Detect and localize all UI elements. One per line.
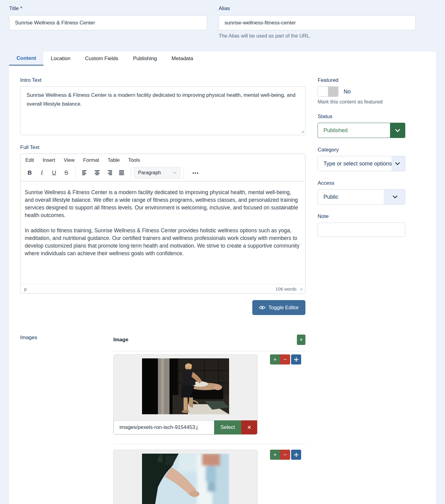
remove-row-button[interactable]: − xyxy=(280,354,290,364)
note-input[interactable] xyxy=(318,223,405,237)
minus-icon: − xyxy=(283,356,287,363)
content-panel: Content Location Custom Fields Publishin… xyxy=(9,52,436,504)
status-label: Status xyxy=(318,114,405,120)
image-preview xyxy=(142,454,229,504)
menu-edit[interactable]: Edit xyxy=(25,157,34,163)
alias-help-text: The Alias will be used as part of the UR… xyxy=(219,33,416,39)
subform-divider xyxy=(113,351,305,351)
full-text-label: Full Text xyxy=(20,144,305,150)
textarea-resize-grip-icon[interactable] xyxy=(301,129,304,135)
strikethrough-button[interactable]: S xyxy=(60,167,72,179)
clear-image-button[interactable]: ✕ xyxy=(241,420,257,434)
eye-icon xyxy=(259,305,265,310)
main-column: Intro Text Full Text Edit Insert View Fo… xyxy=(20,77,305,504)
category-select[interactable] xyxy=(318,156,405,171)
move-row-button[interactable] xyxy=(291,450,301,460)
category-input[interactable] xyxy=(318,161,405,167)
editor-paragraph: In addition to fitness training, Sunrise… xyxy=(25,227,301,257)
tab-publishing[interactable]: Publishing xyxy=(126,52,164,66)
close-icon: ✕ xyxy=(247,425,251,430)
image-row: Select ✕ + − xyxy=(113,354,305,435)
rich-text-editor: Edit Insert View Format Table Tools B I … xyxy=(20,154,305,294)
editor-paragraph: Sunrise Wellness & Fitness Center is a m… xyxy=(25,189,301,219)
alias-input[interactable] xyxy=(219,15,416,30)
move-row-button[interactable] xyxy=(291,354,301,364)
access-value: Public xyxy=(318,194,338,200)
editor-content[interactable]: Sunrise Wellness & Fitness Center is a m… xyxy=(20,181,305,284)
access-field: Access Public xyxy=(318,180,405,205)
add-image-button[interactable]: + xyxy=(297,335,305,345)
featured-state: No xyxy=(344,89,351,95)
toggle-off-half xyxy=(318,87,328,96)
toolbar-divider xyxy=(131,167,131,179)
toggle-on-half xyxy=(328,87,338,96)
toggle-editor-button[interactable]: Toggle Editor xyxy=(252,300,305,315)
category-field: Category xyxy=(318,147,405,171)
word-count: 106 words xyxy=(275,286,297,292)
image-row: + − xyxy=(113,450,305,504)
minus-icon: − xyxy=(283,451,287,458)
plus-icon: + xyxy=(273,356,277,363)
bold-button[interactable]: B xyxy=(24,167,36,179)
status-field: Status Published xyxy=(318,114,405,138)
chevron-down-icon xyxy=(395,129,400,132)
tab-metadata[interactable]: Metadata xyxy=(164,52,201,66)
element-path[interactable]: p xyxy=(24,286,27,292)
row-divider xyxy=(113,444,305,444)
menu-table[interactable]: Table xyxy=(108,157,119,163)
tab-custom-fields[interactable]: Custom Fields xyxy=(78,52,126,66)
underline-button[interactable]: U xyxy=(48,167,60,179)
featured-label: Featured xyxy=(318,77,405,83)
note-field: Note xyxy=(318,213,405,237)
chevron-down-icon xyxy=(173,172,177,174)
editor-statusbar: p 106 words xyxy=(20,284,305,293)
featured-toggle[interactable] xyxy=(318,86,338,97)
image-card: Select ✕ xyxy=(113,354,257,435)
menu-tools[interactable]: Tools xyxy=(128,157,140,163)
remove-row-button[interactable]: − xyxy=(280,450,290,460)
status-value: Published xyxy=(318,123,390,138)
access-label: Access xyxy=(318,180,405,186)
align-left-button[interactable] xyxy=(79,167,91,179)
editor-menubar: Edit Insert View Format Table Tools xyxy=(20,154,305,165)
image-preview xyxy=(142,358,229,414)
editor-resize-grip-icon[interactable] xyxy=(299,287,303,291)
move-icon xyxy=(294,357,299,362)
align-justify-button[interactable] xyxy=(115,167,128,179)
align-right-button[interactable] xyxy=(103,167,115,179)
add-row-button[interactable]: + xyxy=(270,450,280,460)
alias-field-label: Alias xyxy=(219,5,416,12)
menu-format[interactable]: Format xyxy=(83,157,99,163)
title-input[interactable] xyxy=(9,15,207,30)
italic-button[interactable]: I xyxy=(36,167,48,179)
image-column-header: Image xyxy=(113,337,128,343)
image-path-input[interactable] xyxy=(114,420,214,434)
tab-strip: Content Location Custom Fields Publishin… xyxy=(9,52,436,66)
more-toolbar-button[interactable]: ••• xyxy=(192,170,199,176)
menu-view[interactable]: View xyxy=(64,157,75,163)
tab-location[interactable]: Location xyxy=(43,52,78,66)
add-row-button[interactable]: + xyxy=(270,354,280,364)
menu-insert[interactable]: Insert xyxy=(42,157,55,163)
status-chevron-button xyxy=(390,123,405,138)
toolbar-divider xyxy=(184,167,184,179)
images-section: Images Image + xyxy=(20,335,305,504)
access-select[interactable]: Public xyxy=(318,189,405,205)
intro-text-area[interactable] xyxy=(20,86,305,135)
intro-text-label: Intro Text xyxy=(20,77,305,83)
note-label: Note xyxy=(318,213,405,219)
header-fields: Title * Alias The Alias will be used as … xyxy=(0,0,445,39)
select-image-button[interactable]: Select xyxy=(214,420,241,434)
featured-help-text: Mark this content as featured xyxy=(318,99,405,105)
align-center-button[interactable] xyxy=(91,167,103,179)
paragraph-format-select[interactable]: Paragraph xyxy=(134,167,181,179)
images-label: Images xyxy=(20,335,113,504)
images-subform: Image + xyxy=(113,335,305,504)
status-select[interactable]: Published xyxy=(318,123,405,138)
category-label: Category xyxy=(318,147,405,153)
plus-icon: + xyxy=(273,451,277,458)
settings-sidebar: Featured No Mark this content as feature… xyxy=(318,77,405,504)
image-card xyxy=(113,450,257,504)
editor-toolbar: B I U S xyxy=(20,165,305,181)
tab-content[interactable]: Content xyxy=(9,52,43,66)
